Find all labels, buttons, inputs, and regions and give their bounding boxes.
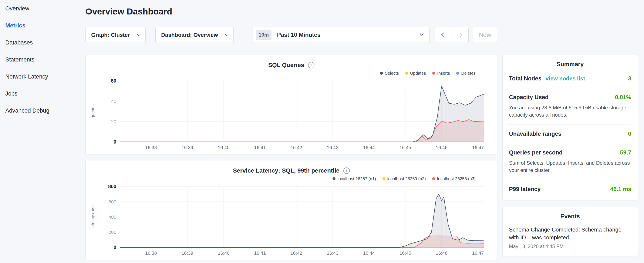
svg-text:16:40: 16:40 [218, 250, 230, 256]
events-title: Events [509, 213, 631, 220]
chart-title-row: SQL Queries [86, 60, 497, 70]
time-range-selector[interactable]: 10m Past 10 Minutes [252, 27, 430, 43]
legend-dot-icon [405, 72, 408, 75]
page: OverviewMetricsDatabasesStatementsNetwor… [0, 0, 644, 263]
svg-text:16:46: 16:46 [436, 145, 448, 150]
svg-text:16:42: 16:42 [290, 250, 302, 256]
sql-queries-plot: 020406016:3816:3916:4016:4116:4216:4316:… [88, 79, 497, 153]
svg-text:16:46: 16:46 [436, 250, 448, 256]
summary-value: 0 [628, 131, 631, 137]
sidebar-item-advanced-debug[interactable]: Advanced Debug [5, 102, 78, 119]
svg-text:16:41: 16:41 [254, 145, 266, 150]
chevron-right-icon [458, 33, 463, 38]
legend-label: Selects [385, 71, 399, 76]
svg-text:16:44: 16:44 [363, 145, 375, 150]
chart-title: Service Latency: SQL, 99th percentile [233, 167, 339, 174]
summary-row: P99 latency46.1 ms [509, 180, 631, 198]
legend-dot-icon [382, 177, 386, 180]
svg-text:16:44: 16:44 [363, 250, 375, 256]
chart-legend: localhost:26257 (n1)localhost:26259 (n2)… [86, 175, 497, 182]
svg-text:16:38: 16:38 [145, 250, 157, 256]
summary-row: Capacity Used0.01%You are using 28.6 MiB… [509, 88, 631, 125]
svg-text:600: 600 [108, 199, 116, 204]
sidebar-nav: OverviewMetricsDatabasesStatementsNetwor… [0, 0, 78, 263]
legend-dot-icon [380, 72, 383, 75]
summary-value: 46.1 ms [610, 186, 631, 193]
legend-item[interactable]: localhost:26257 (n1) [332, 176, 376, 181]
legend-item[interactable]: localhost:26258 (n3) [432, 176, 476, 181]
summary-title: Summary [509, 61, 631, 68]
summary-label: Total Nodes [509, 75, 542, 82]
dashboard-dropdown[interactable]: Dashboard: Overview [156, 27, 234, 43]
legend-label: localhost:26258 (n3) [437, 176, 476, 181]
legend-dot-icon [432, 177, 435, 180]
main-content: Overview Dashboard Graph: Cluster Dashbo… [86, 0, 497, 263]
time-step-buttons [435, 27, 468, 43]
summary-row: Unavailable ranges0 [509, 125, 631, 143]
legend-item[interactable]: Deletes [456, 71, 476, 76]
legend-dot-icon [332, 177, 336, 180]
sidebar-item-network-latency[interactable]: Network Latency [5, 68, 78, 85]
right-sidebar: Summary Total NodesView nodes list3Capac… [502, 0, 638, 263]
event-text: Schema Change Completed: Schema change w… [509, 226, 631, 241]
chevron-left-icon [441, 33, 446, 38]
next-range-button-disabled[interactable] [452, 27, 468, 43]
service-latency-chart-card: Service Latency: SQL, 99th percentile lo… [86, 160, 497, 260]
sidebar-item-overview[interactable]: Overview [5, 0, 78, 17]
sidebar-item-databases[interactable]: Databases [5, 34, 78, 51]
legend-dot-icon [456, 72, 459, 75]
svg-text:16:45: 16:45 [400, 145, 411, 150]
summary-label: P99 latency [509, 186, 541, 193]
prev-range-button[interactable] [435, 27, 452, 43]
legend-item[interactable]: Selects [380, 71, 399, 76]
controls-bar: Graph: Cluster Dashboard: Overview 10m P… [86, 27, 497, 43]
summary-caption: Sum of Selects, Updates, Inserts, and De… [509, 159, 631, 174]
chevron-down-icon [225, 33, 228, 36]
dashboard-label: Dashboard: Overview [161, 32, 218, 38]
chart-title: SQL Queries [268, 62, 304, 69]
legend-label: localhost:26257 (n1) [338, 176, 376, 181]
svg-text:16:41: 16:41 [254, 250, 266, 256]
sql-queries-chart-card: SQL Queries SelectsUpdatesInsertsDeletes… [86, 55, 497, 154]
info-icon[interactable] [308, 62, 314, 68]
summary-rows: Total NodesView nodes list3Capacity Used… [509, 69, 631, 198]
now-button[interactable]: Now [473, 27, 497, 43]
svg-text:16:38: 16:38 [145, 145, 157, 150]
sidebar-item-jobs[interactable]: Jobs [5, 85, 78, 102]
svg-text:0: 0 [114, 139, 116, 145]
chevron-down-icon [137, 33, 140, 36]
graph-scope-dropdown[interactable]: Graph: Cluster [86, 27, 146, 43]
svg-text:800: 800 [108, 185, 116, 189]
legend-label: Updates [410, 71, 426, 76]
info-icon[interactable] [343, 167, 350, 174]
chart-legend: SelectsUpdatesInsertsDeletes [86, 70, 497, 77]
summary-row: Queries per second59.7Sum of Selects, Up… [509, 143, 631, 180]
svg-text:16:39: 16:39 [182, 250, 193, 256]
svg-text:16:47: 16:47 [472, 145, 484, 150]
sidebar-item-statements[interactable]: Statements [5, 51, 78, 68]
time-range-badge: 10m [256, 30, 272, 40]
legend-item[interactable]: Updates [405, 71, 426, 76]
legend-label: Deletes [461, 71, 476, 76]
svg-text:400: 400 [108, 214, 116, 220]
view-nodes-list-link[interactable]: View nodes list [545, 75, 585, 82]
svg-text:16:42: 16:42 [290, 145, 302, 150]
svg-text:latency (ms): latency (ms) [90, 205, 95, 228]
legend-item[interactable]: localhost:26259 (n2) [382, 176, 426, 181]
svg-text:40: 40 [111, 99, 116, 104]
legend-item[interactable]: Inserts [432, 71, 450, 76]
sidebar-item-metrics[interactable]: Metrics [5, 17, 78, 34]
svg-text:16:40: 16:40 [218, 145, 230, 150]
svg-text:0: 0 [114, 245, 116, 250]
svg-text:16:45: 16:45 [400, 250, 411, 256]
legend-label: Inserts [437, 71, 450, 76]
events-list: Schema Change Completed: Schema change w… [509, 226, 631, 249]
summary-row: Total NodesView nodes list3 [509, 69, 631, 88]
summary-value: 0.01% [615, 94, 631, 101]
page-title: Overview Dashboard [86, 6, 497, 18]
svg-text:16:47: 16:47 [472, 250, 484, 256]
summary-label: Capacity Used [509, 94, 548, 101]
chart-title-row: Service Latency: SQL, 99th percentile [86, 166, 497, 175]
svg-text:16:43: 16:43 [327, 250, 338, 256]
legend-label: localhost:26259 (n2) [388, 176, 426, 181]
